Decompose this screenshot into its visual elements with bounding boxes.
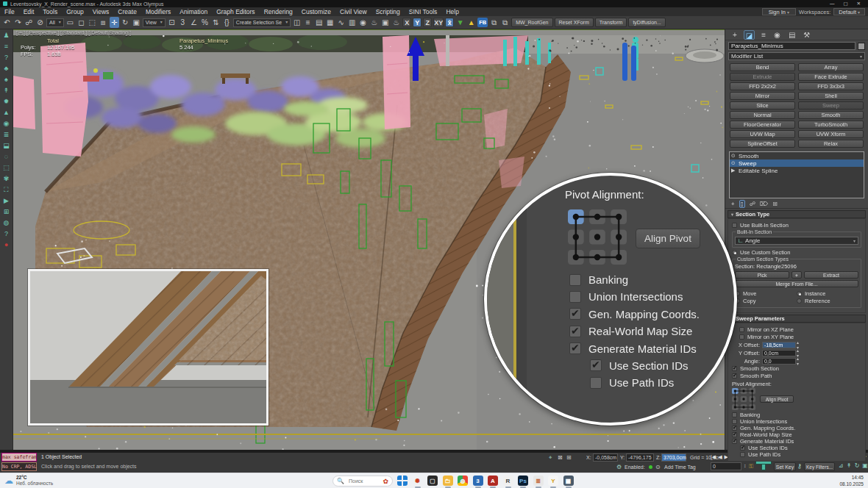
left-toolbar-icon[interactable]: ▶ <box>1 197 12 205</box>
use-custom-radio[interactable] <box>732 250 737 255</box>
left-toolbar-icon[interactable]: ◌ <box>1 153 12 161</box>
checkbox[interactable] <box>740 445 745 451</box>
checkbox[interactable] <box>590 377 602 389</box>
modifier-button[interactable]: Mirror <box>730 92 795 100</box>
selection-lock-icon[interactable]: ⊠ <box>558 454 563 461</box>
stack-tool-icon[interactable]: ⌦ <box>760 201 768 207</box>
toolbar-icon[interactable]: ▭ <box>65 17 75 28</box>
object-name-field[interactable]: Parapetus_Minimus <box>728 42 855 50</box>
visibility-icon[interactable]: ⊙ <box>731 153 739 159</box>
modifier-stack-row[interactable]: ⊙ Smooth <box>730 152 864 159</box>
crp-indicator[interactable]: No CRP, ADSL <box>1 462 37 471</box>
modifier-list-dropdown[interactable]: Modifier List▾ <box>728 52 865 60</box>
toolbar-icon[interactable]: ↻ <box>121 17 130 28</box>
sign-in-button[interactable]: Sign In▾ <box>762 8 796 15</box>
modifier-button[interactable]: UVW Xform <box>798 130 864 138</box>
viewport-nav-icon[interactable]: ↻ <box>853 462 861 470</box>
stack-tool-icon[interactable]: ▯ <box>739 200 745 208</box>
left-toolbar-icon[interactable]: ◉ <box>1 120 12 128</box>
modifier-button[interactable]: SplineOffset <box>730 140 795 148</box>
modifier-button[interactable]: Relax <box>798 140 864 148</box>
left-toolbar-icon[interactable]: ? <box>1 230 12 238</box>
toolbar-icon[interactable]: ◫ <box>292 17 302 28</box>
modifier-stack-row[interactable]: ▶ Editable Spline <box>730 167 864 174</box>
selection-filter-dropdown[interactable]: All▾ <box>46 18 64 27</box>
left-toolbar-icon[interactable]: ≣ <box>1 131 12 139</box>
axis-constraint-button[interactable]: X <box>402 18 411 27</box>
menu-item[interactable]: Rendering <box>260 8 297 15</box>
modifier-button[interactable]: FFD 2x2x2 <box>730 82 795 90</box>
menu-item[interactable]: Edit <box>19 8 39 15</box>
checkbox[interactable] <box>569 308 581 320</box>
toolbar-text-button[interactable]: MW_RoofGen <box>511 18 552 27</box>
toolbar-icon[interactable]: ∠ <box>189 17 199 28</box>
taskbar-search[interactable]: 🔍 ✿ <box>332 476 393 487</box>
merge-from-file-button[interactable]: Merge From File... <box>735 280 858 287</box>
minimize-button[interactable]: — <box>830 1 835 7</box>
add-time-tag[interactable]: Add Time Tag <box>664 464 696 470</box>
built-in-section-dropdown[interactable]: ∟ Angle▾ <box>735 237 858 245</box>
named-selection-dropdown[interactable]: Create Selection Se▾ <box>233 18 291 27</box>
toolbar-icon[interactable]: ⊡ <box>167 17 177 28</box>
toolbar-icon[interactable]: ◻ <box>77 17 86 28</box>
left-toolbar-icon[interactable]: ✹ <box>1 98 12 106</box>
clock-icon[interactable]: ⊙ <box>655 464 661 470</box>
pivot-alignment-grid-zoom[interactable] <box>568 209 627 265</box>
frame-spinner[interactable]: ↕ <box>744 463 747 468</box>
axis-constraint-button[interactable]: Y <box>413 18 421 27</box>
taskbar-app-icon[interactable]: Ps <box>518 476 528 486</box>
axis-constraint-button[interactable]: x̂ <box>445 18 454 27</box>
toolbar-icon[interactable]: ⬚ <box>88 17 97 28</box>
modifier-button[interactable]: FFD 3x3x3 <box>798 82 864 90</box>
command-panel-tab[interactable]: ⚒ <box>802 30 811 40</box>
taskbar-app-icon[interactable]: 🗀 <box>443 476 453 486</box>
toolbar-icon[interactable]: ▤ <box>314 17 324 28</box>
command-panel-tab[interactable]: ▤ <box>787 30 797 40</box>
object-color-swatch[interactable] <box>858 43 865 50</box>
modifier-stack-row[interactable]: ⊙ Sweep <box>730 159 864 167</box>
checkbox[interactable] <box>732 439 737 444</box>
taskbar-app-icon[interactable]: ▢ <box>427 476 438 486</box>
modifier-button[interactable]: TurboSmooth <box>798 121 864 129</box>
extract-button[interactable]: Extract <box>804 271 858 279</box>
toolbar-text-button[interactable]: Transform <box>595 18 627 27</box>
checkbox[interactable] <box>732 426 737 431</box>
align-pivot-button[interactable]: Align Pivot <box>760 395 794 403</box>
z-coordinate-field[interactable]: 3703,0cm <box>661 453 686 462</box>
toolbar-icon[interactable]: ∿ <box>336 17 346 28</box>
close-button[interactable]: ✕ <box>857 1 861 7</box>
modifier-button[interactable]: Extrude <box>730 73 795 81</box>
weather-widget[interactable]: ☁ 22°CНеб. облачность <box>4 475 53 487</box>
toolbar-icon[interactable]: 3 <box>178 17 188 28</box>
viewport-label[interactable]: [ + ] [ Perspective ] [ Standard ] [ Def… <box>16 30 131 36</box>
checkbox[interactable] <box>732 419 737 424</box>
absolute-mode-icon[interactable]: ⊞ <box>566 454 572 461</box>
toolbar-icon[interactable]: ≡ <box>303 17 313 28</box>
stack-tool-icon[interactable]: ☍ <box>750 201 755 207</box>
toolbar-icon[interactable]: ♨ <box>391 17 401 28</box>
pick-icon-button[interactable]: ⌖ <box>791 271 802 279</box>
stack-tool-icon[interactable]: ⊞ <box>772 201 778 207</box>
taskbar-app-icon[interactable]: ◍ <box>458 476 468 486</box>
left-toolbar-icon[interactable]: ▲ <box>1 109 12 117</box>
left-toolbar-icon[interactable]: ⬓ <box>1 142 12 150</box>
current-frame-field[interactable]: 0 <box>711 462 741 470</box>
y-coordinate-field[interactable]: -4796,175 <box>626 453 654 462</box>
axis-constraint-button[interactable]: XY <box>433 18 444 27</box>
checkbox[interactable] <box>590 359 602 371</box>
modifier-stack[interactable]: ⊙ Smooth ⊙ Sweep ▶ Editable Spline <box>729 151 864 198</box>
reference-radio[interactable] <box>797 298 802 304</box>
toolbar-icon[interactable]: ⧈ <box>99 17 108 28</box>
rollout-sweep-parameters[interactable]: ▾Sweep Parameters <box>728 315 866 323</box>
taskbar-app-icon[interactable]: 3 <box>473 476 483 486</box>
modifier-button[interactable]: Bend <box>730 63 795 71</box>
toolbar-icon[interactable]: ⧉ <box>489 17 499 28</box>
menu-item[interactable]: Help <box>441 8 463 15</box>
toolbar-icon[interactable]: ▥ <box>347 17 357 28</box>
toolbar-icon[interactable]: ☍ <box>24 17 34 28</box>
left-toolbar-icon[interactable]: ⛶ <box>1 186 12 194</box>
checkbox[interactable] <box>569 291 581 303</box>
taskbar-app-icon[interactable]: Y <box>548 476 558 486</box>
toolbar-icon[interactable]: ♨ <box>369 17 379 28</box>
toolbar-icon[interactable]: ▼ <box>455 17 465 28</box>
